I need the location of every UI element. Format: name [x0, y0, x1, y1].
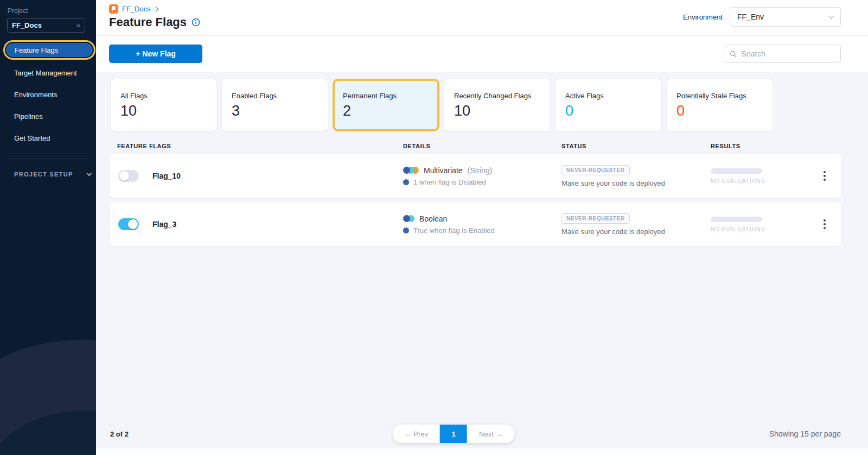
environment-value: FF_Env — [737, 12, 764, 21]
evaluations-text: NO EVALUATIONS — [711, 178, 808, 184]
row-count: 2 of 2 — [110, 430, 129, 438]
row-menu-icon[interactable] — [820, 216, 829, 232]
column-details: DETAILS — [403, 143, 561, 149]
table-footer: 2 of 2 ← Prev 1 Next → Showing 15 per pa… — [110, 425, 841, 443]
search-box — [724, 45, 841, 63]
stat-card-potentially-stale-flags[interactable]: Potentially Stale Flags 0 — [666, 79, 773, 131]
flag-type-suffix: (String) — [468, 166, 493, 175]
evaluations-bar — [711, 217, 762, 222]
table-header: FEATURE FLAGS DETAILS STATUS RESULTS — [110, 143, 841, 149]
stat-value: 2 — [343, 103, 437, 119]
evaluations-text: NO EVALUATIONS — [711, 226, 808, 232]
stat-label: Permanent Flags — [343, 92, 437, 100]
flag-type: Boolean — [419, 214, 447, 223]
page-title: Feature Flags — [109, 15, 187, 29]
environment-label: Environment — [683, 13, 723, 21]
stat-card-recently-changed-flags[interactable]: Recently Changed Flags 10 — [444, 79, 551, 131]
current-page-button[interactable]: 1 — [440, 425, 467, 443]
prev-page-button[interactable]: ← Prev — [393, 425, 440, 443]
default-rule-text: True when flag is Enabled — [413, 226, 495, 235]
sidebar-item-get-started[interactable]: Get Started — [0, 127, 96, 149]
flag-toggle-on[interactable] — [118, 218, 139, 230]
new-flag-button[interactable]: + New Flag — [109, 45, 202, 63]
evaluations-bar — [711, 168, 762, 174]
stats-cards: All Flags 10 Enabled Flags 3 Permanent F… — [110, 79, 841, 131]
flag-toggle-off[interactable] — [118, 170, 139, 182]
main-content: All Flags 10 Enabled Flags 3 Permanent F… — [96, 72, 868, 455]
sidebar-item-target-management[interactable]: Target Management — [0, 62, 96, 84]
search-icon — [730, 50, 737, 58]
stat-card-all-flags[interactable]: All Flags 10 — [110, 79, 217, 131]
default-rule-dot-icon — [403, 179, 409, 185]
project-selector[interactable]: FF_Docs » — [7, 18, 85, 33]
flag-type: Multivariate — [424, 166, 463, 175]
harness-ff-logo-icon — [109, 4, 118, 14]
default-rule-dot-icon — [403, 228, 409, 233]
row-menu-icon[interactable] — [820, 168, 829, 184]
status-text: Make sure your code is deployed — [561, 228, 711, 236]
flag-name[interactable]: Flag_10 — [152, 172, 181, 180]
project-setup-toggle[interactable]: PROJECT SETUP — [14, 171, 96, 178]
table-row-flag-10: Flag_10 Multivariate (String) 1 when fla… — [110, 154, 841, 198]
feature-flags-page: Project FF_Docs » Feature Flags Target M… — [0, 0, 868, 455]
search-input[interactable] — [741, 49, 835, 58]
sidebar: Project FF_Docs » Feature Flags Target M… — [0, 0, 96, 455]
table-row-flag-3: Flag_3 Boolean True when flag is Enabled… — [110, 203, 841, 246]
pagination: ← Prev 1 Next → — [393, 425, 515, 443]
sidebar-item-feature-flags[interactable]: Feature Flags — [3, 40, 95, 60]
stat-label: Potentially Stale Flags — [676, 92, 773, 100]
breadcrumb-project-link[interactable]: FF_Docs — [122, 5, 151, 13]
stat-label: Active Flags — [565, 92, 661, 100]
next-page-button[interactable]: Next → — [467, 425, 514, 443]
stat-card-active-flags[interactable]: Active Flags 0 — [555, 79, 662, 131]
chevron-down-icon — [829, 13, 834, 18]
multivariate-icon — [403, 167, 419, 174]
title-row: Feature Flags — [109, 15, 200, 29]
boolean-icon — [403, 215, 414, 222]
project-setup-label: PROJECT SETUP — [14, 171, 73, 178]
stat-card-enabled-flags[interactable]: Enabled Flags 3 — [221, 79, 328, 131]
stat-value: 0 — [676, 103, 773, 119]
sidebar-divider — [7, 159, 88, 159]
environment-select[interactable]: FF_Env — [730, 7, 841, 27]
flag-name[interactable]: Flag_3 — [152, 220, 176, 229]
sidebar-nav: Feature Flags Target Management Environm… — [0, 40, 96, 149]
info-icon[interactable] — [192, 18, 200, 27]
sidebar-item-pipelines[interactable]: Pipelines — [0, 105, 96, 127]
status-badge: NEVER-REQUESTED — [561, 213, 630, 224]
stat-value: 10 — [120, 103, 216, 119]
breadcrumb: FF_Docs — [109, 4, 158, 14]
column-results: RESULTS — [711, 143, 808, 149]
double-chevron-icon[interactable]: » — [76, 21, 80, 29]
chevron-right-icon — [154, 7, 158, 11]
stat-label: Recently Changed Flags — [454, 92, 550, 100]
environment-row: Environment FF_Env — [683, 7, 841, 27]
project-name: FF_Docs — [12, 21, 42, 29]
top-header: FF_Docs Feature Flags Environment FF_Env — [96, 0, 868, 36]
column-status: STATUS — [561, 143, 711, 149]
toolbar: + New Flag — [96, 36, 868, 72]
status-text: Make sure your code is deployed — [561, 179, 711, 187]
stat-label: All Flags — [120, 92, 216, 100]
chevron-down-icon — [86, 171, 92, 176]
sidebar-item-environments[interactable]: Environments — [0, 84, 96, 105]
stat-card-permanent-flags[interactable]: Permanent Flags 2 — [333, 79, 439, 131]
default-rule-text: 1 when flag is Disabled — [413, 178, 486, 186]
status-badge: NEVER-REQUESTED — [561, 165, 630, 175]
column-feature-flags: FEATURE FLAGS — [110, 143, 403, 149]
page-size-text: Showing 15 per page — [769, 429, 841, 438]
stat-value: 3 — [232, 103, 328, 119]
stat-label: Enabled Flags — [232, 92, 328, 100]
sidebar-item-feature-flags-label: Feature Flags — [5, 42, 94, 58]
stat-value: 10 — [454, 103, 550, 119]
stat-value: 0 — [565, 103, 661, 119]
project-label: Project — [8, 7, 96, 15]
